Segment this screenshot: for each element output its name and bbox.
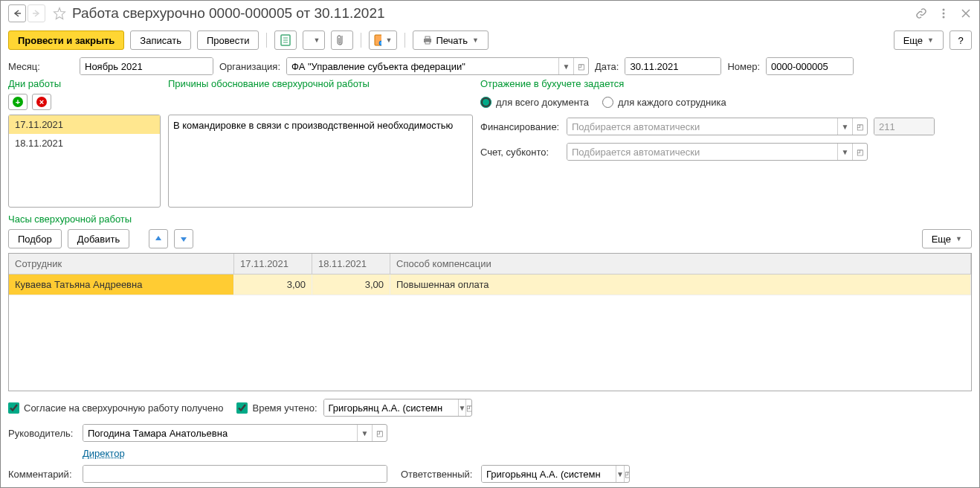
col-compensation[interactable]: Способ компенсации [390,254,971,274]
manager-label: Руководитель: [8,428,77,439]
grid-more-button[interactable]: Еще▼ [922,229,972,248]
dropdown-icon[interactable]: ▼ [357,425,372,441]
move-down-button[interactable] [174,229,193,248]
comment-label: Комментарий: [8,469,77,480]
dropdown-icon[interactable]: ▼ [616,466,624,482]
financing-code-field [874,118,935,135]
comment-input[interactable] [83,465,387,483]
nav-forward-button[interactable] [28,4,45,22]
responsible-field[interactable] [482,466,616,482]
month-field[interactable] [80,58,213,74]
hours-grid[interactable]: Сотрудник 17.11.2021 18.11.2021 Способ к… [8,253,972,391]
svg-point-3 [943,13,945,15]
more-icon[interactable] [938,7,950,19]
divider [266,33,267,48]
toolbar: Провести и закрыть Записать Провести ▼ ▼… [1,26,979,54]
comment-field[interactable] [83,466,387,482]
financing-label: Финансирование: [480,121,561,132]
svg-point-4 [943,16,945,19]
print-button[interactable]: Печать▼ [413,30,489,50]
mid-section: Дни работы + × 17.11.2021 18.11.2021 При… [1,78,979,208]
month-label: Месяц: [8,61,74,72]
select-button[interactable]: Подбор [8,229,62,248]
consent-checkbox[interactable]: Согласие на сверхурочную работу получено [8,402,223,414]
date-input[interactable]: 📅 [625,57,721,75]
grid-header: Сотрудник 17.11.2021 18.11.2021 Способ к… [9,254,971,274]
accounted-by-field[interactable] [324,399,458,416]
nav-back-button[interactable] [8,4,26,22]
save-button[interactable]: Записать [130,30,191,50]
number-input[interactable] [766,57,854,75]
col-date1[interactable]: 17.11.2021 [234,254,312,274]
days-listbox[interactable]: 17.11.2021 18.11.2021 [8,115,161,208]
reason-label: Причины обоснование сверхурочной работы [168,78,473,89]
open-icon[interactable]: ◰ [372,425,387,441]
cell-compensation[interactable]: Повышенная оплата [390,274,971,295]
more-button[interactable]: Еще▼ [894,30,944,50]
dropdown-icon[interactable]: ▼ [837,118,852,135]
attach-icon-button[interactable] [331,30,353,50]
list-item[interactable]: 18.11.2021 [9,134,160,152]
bottom-section: Согласие на сверхурочную работу получено… [1,391,979,488]
dropdown-icon[interactable]: ▼ [458,399,466,416]
open-icon[interactable]: ◰ [624,466,630,482]
svg-rect-15 [425,42,430,44]
cell-employee[interactable]: Куваева Татьяна Андреевна [9,274,234,295]
accounted-by-input[interactable]: ▼ ◰ [323,399,472,417]
open-icon[interactable]: ◰ [573,58,588,74]
header-form-row: Месяц: 📅 ▲▼ Организация: ▼ ◰ Дата: 📅 Ном… [1,54,979,78]
window-title: Работа сверхурочно 0000-000005 от 30.11.… [72,5,915,22]
table-row[interactable]: Куваева Татьяна Андреевна 3,00 3,00 Повы… [9,274,971,295]
post-and-close-button[interactable]: Провести и закрыть [8,30,124,50]
favorite-icon[interactable] [51,5,68,22]
month-input[interactable]: 📅 ▲▼ [80,57,213,75]
date-field[interactable] [625,58,721,74]
delete-day-button[interactable]: × [32,94,51,110]
cell-date1[interactable]: 3,00 [234,274,312,295]
titlebar: Работа сверхурочно 0000-000005 от 30.11.… [1,1,979,26]
link-icon[interactable] [915,7,927,19]
manager-input[interactable]: ▼ ◰ [83,424,387,442]
org-field[interactable] [287,58,558,74]
svg-rect-14 [425,36,430,39]
radio-whole-doc[interactable]: для всего документа [480,97,589,108]
open-icon[interactable]: ◰ [465,399,471,416]
manager-field[interactable] [83,425,357,441]
hours-section: Часы сверхурочной работы Подбор Добавить… [1,208,979,391]
date-label: Дата: [595,61,619,72]
account-field[interactable] [567,144,837,160]
hours-label: Часы сверхурочной работы [8,214,132,225]
close-icon[interactable] [960,7,972,19]
number-field[interactable] [767,58,854,74]
svg-point-12 [379,41,381,45]
move-up-button[interactable] [149,229,168,248]
list-item[interactable]: 17.11.2021 [9,115,160,134]
financing-input[interactable]: ▼ ◰ [567,118,868,135]
create-based-on-button[interactable]: ▼ [303,30,325,50]
account-label: Счет, субконто: [480,147,561,158]
delete-icon: × [36,97,47,107]
col-employee[interactable]: Сотрудник [9,254,234,274]
add-button[interactable]: Добавить [68,229,129,248]
financing-field[interactable] [567,118,837,135]
radio-per-employee[interactable]: для каждого сотрудника [602,97,726,108]
col-date2[interactable]: 18.11.2021 [312,254,390,274]
cell-date2[interactable]: 3,00 [312,274,390,295]
open-icon[interactable]: ◰ [852,144,867,160]
form-icon-button[interactable]: ▼ [369,30,397,50]
reason-textarea[interactable]: В командировке в связи с производственно… [168,115,473,208]
report-icon-button[interactable] [274,30,297,50]
divider [361,33,361,48]
manager-position-link[interactable]: Директор [83,448,125,459]
org-input[interactable]: ▼ ◰ [286,57,589,75]
post-button[interactable]: Провести [197,30,259,50]
responsible-input[interactable]: ▼ ◰ [481,465,630,483]
dropdown-icon[interactable]: ▼ [837,144,852,160]
help-button[interactable]: ? [950,30,972,50]
add-day-button[interactable]: + [8,94,28,110]
account-input[interactable]: ▼ ◰ [567,143,868,161]
open-icon[interactable]: ◰ [852,118,867,135]
accounted-checkbox[interactable]: Время учтено: [236,402,317,414]
dropdown-icon[interactable]: ▼ [558,58,573,74]
svg-point-2 [943,9,945,11]
